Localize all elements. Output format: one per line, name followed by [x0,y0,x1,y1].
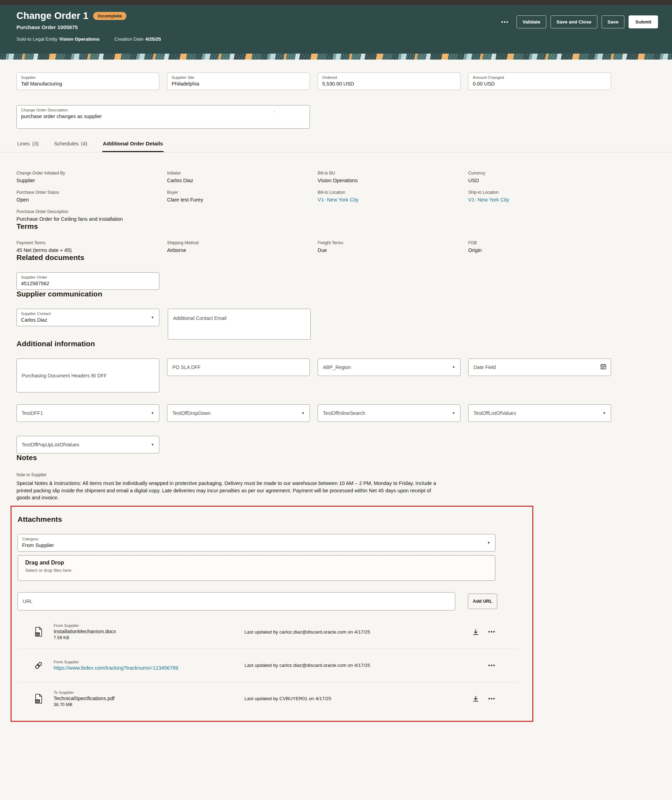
chevron-down-icon: ▼ [487,541,490,545]
status-badge: Incomplete [93,12,126,20]
additional-information-row-1: Purchasing Document Headers BI DFF PO SL… [16,359,656,393]
freight-terms: Freight Terms Due [318,240,461,253]
testdffinlinesearch-select[interactable]: TestDffInlineSearch ▼ [318,404,461,422]
page-header: Change Order 1 Incomplete Purchase Order… [0,5,672,54]
validate-button[interactable]: Validate [517,15,546,28]
attachments-heading: Attachments [18,515,532,524]
pdf-file-icon: PDF [33,694,44,704]
currency: Currency USD [468,171,611,184]
header-actions: ••• Validate Save and Close Save Submit [498,11,658,54]
page-title: Change Order 1 [16,11,88,21]
chevron-down-icon: ▼ [151,443,154,446]
creation-date: Creation Date4/25/25 [114,37,161,42]
sold-to-legal-entity: Sold-to Legal EntityVision Operations [16,37,99,42]
attachment-url-link[interactable]: https://www.fedex.com/tracking?tracknums… [54,665,245,671]
chevron-down-icon: ▼ [452,366,455,369]
ship-to-location: Ship-to Location V1- New York City [468,190,611,203]
change-order-initiated-by: Change Order Initiated By Supplier [16,171,159,184]
summary-field-row: Supplier Tall Manufacturing Supplier Sit… [16,72,656,90]
initiator: Initiator Carlos Diaz [167,171,310,184]
testdffpopuplistofvalues-select[interactable]: TestDffPopUpListOfValues ▼ [16,436,159,454]
attachment-direction: To Supplier [54,690,245,694]
header-titles: Change Order 1 Incomplete Purchase Order… [16,11,161,54]
file-dropzone[interactable]: Drag and Drop Select or drop files here. [18,555,496,581]
bill-to-location: Bill-to Location V1- New York City [318,190,461,203]
attachment-updated-text: Last updated by carloz.diaz@discard.orac… [245,629,472,635]
attachment-list: DOC From Supplier InstallationMechanism.… [18,615,519,715]
attachment-more-button[interactable]: ••• [488,629,496,635]
chevron-down-icon: ▼ [603,411,606,415]
shipping-method: Shipping Method Airborne [167,240,310,253]
attachment-updated-text: Last updated by CVBUYER01 on 4/17/25 [245,696,472,701]
chevron-down-icon: ▼ [301,411,305,415]
header-meta: Sold-to Legal EntityVision Operations Cr… [16,37,161,42]
tab-schedules[interactable]: Schedules(4) [53,137,88,152]
additional-information-row-2: TestDFF1 ▼ TestDffDropDown ▼ TestDffInli… [16,404,656,422]
note-to-supplier-label: Note to Supplier [16,472,656,477]
payment-terms: Payment Terms 45 Net (terms date + 45) [16,240,159,253]
purchasing-document-headers-bi-dff-field[interactable]: Purchasing Document Headers BI DFF [16,359,159,393]
buyer: Buyer Clare test Furey [167,190,310,203]
supplier-communication-heading: Supplier communication [16,290,656,298]
supplier-contact-select[interactable]: Supplier Contact Carlos Diaz ▼ [16,309,159,326]
tab-lines[interactable]: Lines(3) [16,137,39,152]
supplier-communication-row: Supplier Contact Carlos Diaz ▼ Additiona… [16,309,656,340]
attachment-category-select[interactable]: Category From Supplier ▼ [18,534,496,552]
supplier-order-field[interactable]: Supplier Order 4512587562 [16,272,159,290]
attachment-size: 7.59 KB [54,635,245,640]
more-actions-icon[interactable]: ••• [498,15,512,28]
chevron-down-icon: ▼ [151,411,154,415]
abp-region-select[interactable]: ABP_Region ▼ [318,359,461,376]
submit-button[interactable]: Submit [629,15,658,28]
additional-contact-email-field[interactable]: Additional Contact Email [168,309,310,340]
purchase-order-description: Purchase Order Description Purchase Orde… [16,209,159,222]
svg-text:PDF: PDF [35,700,40,702]
attachment-direction: From Supplier [54,660,245,664]
purchase-order-status: Purchase Order Status Open [16,190,159,203]
attachment-filename[interactable]: InstallationMechanism.docx [54,628,245,634]
decorative-pattern-band [0,54,672,59]
testdffdropdown-select[interactable]: TestDffDropDown ▼ [167,404,310,422]
doc-file-icon: DOC [33,627,44,637]
supplier-site-field[interactable]: Supplier Site Philadelphia [167,72,310,90]
amount-changed-field: Amount Changed 0.00 USD [468,72,611,90]
chevron-down-icon: ▼ [452,411,455,415]
ordered-field: Ordered 5,530.00 USD [318,72,461,90]
terms-heading: Terms [16,222,656,231]
main-content: Supplier Tall Manufacturing Supplier Sit… [0,72,672,722]
save-and-close-button[interactable]: Save and Close [550,15,597,28]
attachment-updated-text: Last updated by carloz.diaz@discard.orac… [245,663,488,668]
bill-to-location-link[interactable]: V1- New York City [318,197,358,202]
attachment-row-url: From Supplier https://www.fedex.com/trac… [18,649,519,682]
testdff1-select[interactable]: TestDFF1 ▼ [16,404,159,422]
change-order-description-field[interactable]: Change Order Description purchase order … [16,105,310,128]
svg-text:DOC: DOC [35,633,40,635]
supplier-field[interactable]: Supplier Tall Manufacturing [16,72,159,90]
testdfflistofvalues-select[interactable]: TestDffListOfValues ▼ [468,404,611,422]
tab-bar: Lines(3) Schedules(4) Additional Order D… [0,137,672,152]
po-sla-dff-field[interactable]: PO SLA DFF [167,359,310,376]
date-field[interactable]: Date Field [468,359,611,376]
attachment-size: 38.70 MB [54,702,245,707]
browser-top-strip [0,0,672,5]
save-button[interactable]: Save [602,15,625,28]
download-icon[interactable] [472,628,479,635]
link-icon [33,661,44,670]
terms-section: Payment Terms 45 Net (terms date + 45) S… [16,240,656,253]
download-icon[interactable] [472,695,479,702]
add-url-button[interactable]: Add URL [468,593,497,609]
url-input[interactable] [18,592,455,611]
ship-to-location-link[interactable]: V1- New York City [468,197,509,202]
attachment-filename[interactable]: TechnicalSpecifications.pdf [54,696,245,701]
attachment-row-docx: DOC From Supplier InstallationMechanism.… [18,615,519,649]
attachment-more-button[interactable]: ••• [488,696,496,702]
attachments-section-annotated: Attachments Category From Supplier ▼ Dra… [11,506,533,722]
related-documents-heading: Related documents [16,253,656,262]
add-url-row: Add URL [18,592,532,611]
attachment-more-button[interactable]: ••• [488,663,496,668]
additional-information-heading: Additional information [16,340,656,348]
attachment-direction: From Supplier [54,624,245,628]
calendar-icon[interactable] [600,363,606,371]
attachment-row-pdf: PDF To Supplier TechnicalSpecifications.… [18,682,519,715]
tab-additional-order-details[interactable]: Additional Order Details [102,137,164,152]
